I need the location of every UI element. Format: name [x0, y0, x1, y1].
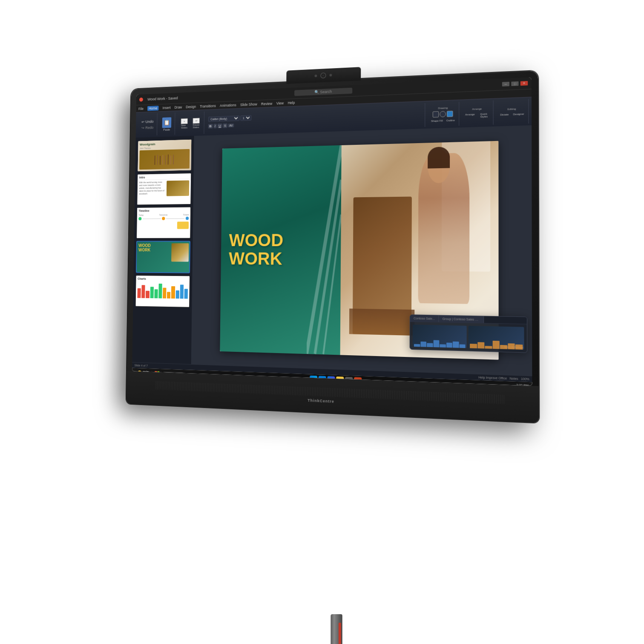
search-bar[interactable]: 🔍 Search — [294, 88, 352, 96]
menu-file[interactable]: File — [138, 106, 144, 111]
popup-audio-bars-1 — [413, 338, 467, 348]
ribbon-group-undo: ↩ Undo ↪ Redo — [138, 113, 158, 136]
ribbon-group-arrange: Arrange Arrange QuickStyles — [461, 101, 493, 126]
scene: Wood Work - Saved 🔍 Search ─ □ ✕ File Ho… — [88, 66, 556, 578]
menu-home[interactable]: Home — [147, 106, 159, 111]
slide-thumb-2[interactable]: 2 Intro With the world turning more and … — [137, 173, 191, 205]
status-right: Help Improve Office Notes 100% — [478, 376, 529, 381]
popup-content: C — [410, 322, 527, 353]
ribbon-group-drawing: Drawing Shape Fill Outline — [427, 102, 460, 127]
timeline-dots — [138, 217, 189, 221]
video-popup[interactable]: Contoso Sale... Group | Contoso Sales R.… — [410, 314, 528, 353]
menu-animations[interactable]: Animations — [220, 103, 236, 107]
slide-5-content: Charts — [136, 276, 190, 307]
zoom-level[interactable]: 100% — [521, 377, 529, 381]
popup-video-1: C — [413, 325, 467, 348]
slide-4-content: WOODWORK — [137, 242, 190, 272]
app-title: Wood Work - Saved — [147, 96, 178, 101]
monitor-shell: Wood Work - Saved 🔍 Search ─ □ ✕ File Ho… — [126, 71, 539, 423]
popup-tab-2[interactable]: Group | Contoso Sales R... — [439, 316, 484, 323]
ribbon-group-paste: 📋 Paste — [158, 113, 175, 135]
arrange-button[interactable]: Arrange — [464, 112, 477, 119]
menu-draw[interactable]: Draw — [174, 105, 182, 109]
slides-panel[interactable]: 1 Woodgrain Jelin Themes — [132, 136, 194, 364]
redo-button[interactable]: ↪ Redo — [140, 125, 155, 130]
maximize-button[interactable]: □ — [511, 81, 518, 86]
slide-2-image — [166, 180, 189, 196]
window-controls: ─ □ ✕ — [502, 81, 528, 86]
underline-button[interactable]: U — [218, 124, 222, 128]
notes-label[interactable]: Notes — [510, 377, 518, 380]
slide-3-accent — [177, 221, 189, 229]
app-icon — [139, 98, 143, 102]
minimize-button[interactable]: ─ — [502, 82, 509, 86]
italic-button[interactable]: I — [213, 124, 217, 128]
camera-bar — [286, 67, 361, 84]
slide-1-content: Woodgrain Jelin Themes — [138, 140, 192, 171]
new-slide-button[interactable]: + NewSlides — [179, 117, 190, 129]
slide-2-content: Intro With the world turning more and mo… — [137, 173, 191, 204]
screen-content: Wood Work - Saved 🔍 Search ─ □ ✕ File Ho… — [132, 77, 532, 386]
slide-left-panel: WOOD WORK — [220, 145, 341, 355]
slide-3-content: Timeline TodayTomorrowFuture — [137, 207, 190, 238]
strikethrough-button[interactable]: S — [223, 124, 227, 128]
main-area: 1 Woodgrain Jelin Themes — [132, 125, 532, 376]
slide-1-image — [139, 149, 190, 170]
shape-1[interactable] — [433, 111, 439, 118]
help-improve: Help Improve Office — [478, 376, 507, 380]
shape-outline-button[interactable]: Outline — [445, 118, 456, 122]
slide-thumb-4[interactable]: 4 WOODWORK — [136, 241, 190, 273]
menu-slideshow[interactable]: Slide Show — [240, 102, 257, 106]
shape-fill-button[interactable]: Shape Fill — [430, 119, 444, 123]
slide-2-title: Intro — [139, 175, 190, 180]
ribbon-group-slides: + NewSlides ↩ ReuseSlides — [176, 112, 204, 135]
menu-help[interactable]: Help — [288, 101, 295, 105]
undo-button[interactable]: ↩ Undo — [141, 119, 155, 124]
menu-view[interactable]: View — [276, 101, 284, 105]
quick-styles-button[interactable]: QuickStyles — [477, 111, 490, 119]
chart-bars — [137, 282, 188, 299]
slide-4-image — [171, 243, 189, 262]
screen-bezel: Wood Work - Saved 🔍 Search ─ □ ✕ File Ho… — [132, 77, 532, 386]
slide-thumb-1[interactable]: 1 Woodgrain Jelin Themes — [138, 139, 192, 172]
menu-insert[interactable]: Insert — [163, 105, 171, 109]
monitor-stand — [267, 612, 409, 644]
menu-review[interactable]: Review — [261, 101, 272, 106]
person-hair — [428, 147, 450, 168]
dictate-button[interactable]: Dictate — [498, 112, 511, 117]
slide-main-title: WOOD WORK — [229, 231, 333, 268]
popup-audio-bars-2 — [469, 339, 524, 350]
popup-tab-1[interactable]: Contoso Sale... — [410, 315, 439, 322]
slide-5-title: Charts — [138, 277, 188, 281]
chair-seat — [349, 308, 414, 335]
slide-3-title: Timeline — [139, 209, 189, 212]
slide-view[interactable]: WOOD WORK — [192, 125, 532, 376]
stand-neck — [331, 614, 342, 644]
paste-button[interactable]: 📋 Paste — [161, 116, 172, 132]
monitor: Wood Work - Saved 🔍 Search ─ □ ✕ File Ho… — [126, 71, 539, 423]
designer-button[interactable]: Designer — [512, 112, 525, 117]
popup-video-2: C Green ArchivStore — [469, 326, 524, 350]
menu-transitions[interactable]: Transitions — [200, 104, 216, 108]
menu-design[interactable]: Design — [186, 104, 196, 109]
font-size-select[interactable]: 11 — [240, 115, 251, 121]
slide-count: Slide 4 of 7 — [135, 364, 148, 367]
shape-3[interactable] — [447, 110, 453, 117]
stand-red-accent — [339, 623, 341, 644]
brand-label: ThinkCentre — [308, 398, 334, 404]
camera-lens — [320, 72, 326, 78]
close-button[interactable]: ✕ — [520, 81, 528, 86]
bold-button[interactable]: B — [208, 124, 213, 129]
font-color-button[interactable]: AV — [228, 124, 234, 127]
slide-thumb-3[interactable]: 3 Timeline TodayTomorrowFuture — [136, 207, 191, 239]
ribbon-group-editing: Editing Dictate Designer — [495, 99, 529, 125]
camera-indicator-2 — [329, 74, 332, 76]
camera-indicator — [315, 75, 317, 77]
slide-thumb-5[interactable]: 5 Charts — [135, 275, 190, 308]
shape-2[interactable] — [440, 111, 446, 117]
font-family-select[interactable]: Calibri (Body) — [208, 115, 240, 122]
reuse-slides-button[interactable]: ↩ ReuseSlides — [191, 117, 202, 129]
